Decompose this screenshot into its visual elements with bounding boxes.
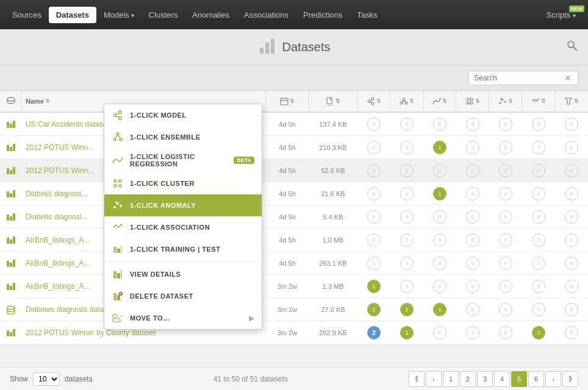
svg-rect-45 [10, 216, 12, 221]
move-icon [112, 312, 124, 324]
menu-1click-association[interactable]: 1-CLICK ASSOCIATION [104, 216, 262, 238]
row-anomaly-count: 0 [489, 136, 522, 158]
menu-1click-logistic[interactable]: 1-CLICK LOGISTIC REGRESSION BETA [104, 148, 262, 172]
svg-rect-61 [13, 329, 15, 336]
search-input[interactable] [469, 71, 561, 85]
pagination-first[interactable]: ⟪ [409, 371, 425, 387]
table-row[interactable]: US Car Accidents dataset | Test (20%) 4d… [0, 113, 588, 136]
sort-icon-association: ⇅ [541, 98, 546, 104]
row-date: 4d 5h [266, 113, 309, 135]
menu-label: 1-CLICK ANOMALY [130, 202, 254, 209]
th-date[interactable]: ⇅ [266, 91, 309, 112]
page-1[interactable]: 1 [443, 371, 459, 387]
menu-1click-ensemble[interactable]: 1-CLICK ENSEMBLE [104, 126, 262, 148]
menu-label: 1-CLICK TRAINING | TEST [130, 246, 254, 253]
row-ensemble-count: 0 [390, 205, 423, 228]
row-icon [0, 252, 22, 274]
nav-tasks[interactable]: Tasks [350, 7, 384, 23]
table-row[interactable]: AirBnB_listings_A... 3m 2w 1.3 MB 1 0 0 … [0, 275, 588, 298]
menu-move-to[interactable]: MOVE TO... ▶ [104, 307, 262, 329]
row-association-count: 0 [522, 205, 555, 228]
th-anomaly[interactable]: ⇅ [489, 91, 522, 112]
svg-rect-33 [10, 124, 12, 128]
menu-1click-training[interactable]: 1-CLICK TRAINING | TEST [104, 238, 262, 260]
row-model-count: 1 [357, 298, 390, 321]
th-logistic[interactable]: ⇅ [423, 91, 456, 112]
row-ensemble-count: 0 [390, 136, 423, 158]
row-anomaly-count: 0 [489, 321, 522, 344]
svg-rect-83 [121, 246, 122, 253]
table-row[interactable]: Diabetes diagnosis dataset 3m 2w 27.0 KB… [0, 298, 588, 321]
pagination-last[interactable]: ⟫ [562, 371, 578, 387]
row-logistic-count: 0 [423, 229, 456, 251]
svg-point-78 [120, 205, 122, 207]
row-icon [0, 229, 22, 251]
row-cluster-count: 0 [456, 182, 489, 205]
nav-anomalies[interactable]: Anomalies [185, 7, 237, 23]
row-size: 1.3 MB [309, 275, 357, 297]
menu-1click-anomaly[interactable]: 1-CLICK ANOMALY [104, 194, 262, 216]
svg-rect-36 [10, 147, 12, 151]
pagination-prev[interactable]: ‹ [426, 371, 442, 387]
svg-rect-46 [13, 213, 15, 221]
nav-sources[interactable]: Sources [5, 7, 49, 23]
nav-scripts[interactable]: Scripts NEW [539, 7, 583, 23]
page-3[interactable]: 3 [477, 371, 493, 387]
table-row[interactable]: 2012 POTUS Winn... 4d 5h 52.6 KB 0 0 0 0… [0, 159, 588, 182]
svg-rect-85 [117, 273, 120, 278]
row-logistic-count: 0 [423, 275, 456, 297]
datasets-label: datasets [65, 375, 92, 383]
th-size[interactable]: ⇅ [309, 91, 357, 112]
svg-point-69 [120, 138, 122, 141]
svg-rect-55 [13, 283, 15, 290]
menu-divider [104, 261, 262, 262]
table-row[interactable]: AirBnB_listings_A... 4d 5h 1.0 MB 0 0 0 … [0, 229, 588, 252]
page-4[interactable]: 4 [494, 371, 510, 387]
svg-rect-48 [10, 239, 12, 244]
svg-rect-41 [7, 191, 9, 197]
th-cluster[interactable]: ⇅ [456, 91, 489, 112]
menu-1click-model[interactable]: 1-CLICK MODEL [104, 104, 262, 126]
row-icon [0, 205, 22, 228]
row-association-count: 0 [522, 229, 555, 251]
nav-clusters[interactable]: Clusters [142, 7, 185, 23]
row-anomaly-count: 0 [489, 159, 522, 182]
page-2[interactable]: 2 [460, 371, 476, 387]
menu-delete-dataset[interactable]: DELETE DATASET [104, 285, 262, 307]
nav-datasets[interactable]: Datasets [49, 7, 96, 23]
th-filter[interactable]: ⇅ [555, 91, 588, 112]
th-model[interactable]: ⇅ [357, 91, 390, 112]
search-toggle-button[interactable] [566, 40, 578, 55]
nav-associations[interactable]: Associations [237, 7, 296, 23]
nav-predictions[interactable]: Predictions [296, 7, 350, 23]
svg-point-24 [467, 102, 469, 104]
show-label: Show [10, 375, 28, 383]
per-page-select[interactable]: 10 25 50 [33, 372, 60, 386]
table-row[interactable]: 2012 POTUS Winn... 4d 5h 210.3 KB 0 0 1 … [0, 136, 588, 159]
row-date: 4d 5h [266, 159, 309, 182]
page-6[interactable]: 6 [528, 371, 544, 387]
th-association[interactable]: ⇅ [522, 91, 555, 112]
table-row[interactable]: AirBnB_listings_A... 4d 5h 263.1 KB 0 0 … [0, 252, 588, 275]
menu-label: VIEW DETAILS [130, 271, 254, 278]
th-ensemble[interactable]: ⇅ [390, 91, 423, 112]
sort-icon-date: ⇅ [290, 98, 295, 104]
ensemble-icon [112, 131, 124, 143]
pagination-next[interactable]: › [545, 371, 561, 387]
menu-view-details[interactable]: VIEW DETAILS [104, 263, 262, 285]
nav-models[interactable]: Models [96, 7, 142, 23]
table-row[interactable]: 2012 POTUS Winner by County dataset 3m 2… [0, 321, 588, 344]
svg-point-18 [400, 102, 403, 104]
menu-1click-cluster[interactable]: 1-CLICK CLUSTER [104, 172, 262, 194]
sort-icon-ensemble: ⇅ [409, 98, 414, 104]
svg-line-20 [401, 101, 404, 102]
row-size: 262.9 KB [309, 321, 357, 344]
row-size: 27.0 KB [309, 298, 357, 321]
page-5[interactable]: 5 [511, 371, 527, 387]
search-clear-button[interactable]: ✕ [561, 72, 575, 84]
row-cluster-count: 0 [456, 321, 489, 344]
svg-rect-81 [113, 247, 117, 253]
table-row[interactable]: Diabetis diagnosi... 4d 5h 21.6 KB 0 0 1… [0, 182, 588, 205]
svg-rect-2 [271, 39, 274, 54]
table-row[interactable]: Diabetis diagnosi... 4d 5h 5.4 KB 0 0 0 … [0, 205, 588, 229]
